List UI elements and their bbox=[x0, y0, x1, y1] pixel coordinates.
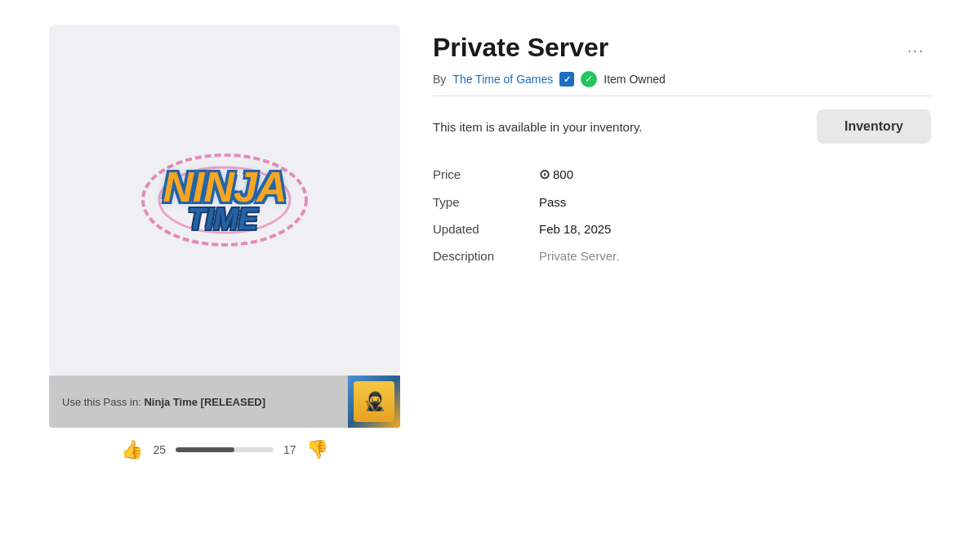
updated-value: Feb 18, 2025 bbox=[539, 222, 611, 236]
type-label: Type bbox=[433, 195, 539, 209]
availability-text: This item is available in your inventory… bbox=[433, 120, 643, 134]
price-value: ⊙ 800 bbox=[539, 167, 573, 182]
description-row: Description Private Server. bbox=[433, 242, 931, 269]
owned-check-icon: ✓ bbox=[581, 71, 597, 87]
rating-area: 👍 25 17 👎 bbox=[49, 428, 400, 472]
pass-game-name: Ninja Time [RELEASED] bbox=[144, 396, 265, 408]
type-value: Pass bbox=[539, 195, 566, 209]
like-count: 25 bbox=[153, 443, 166, 456]
item-owned-label: Item Owned bbox=[604, 73, 665, 86]
updated-row: Updated Feb 18, 2025 bbox=[433, 216, 931, 242]
availability-row: This item is available in your inventory… bbox=[433, 109, 931, 144]
inventory-button[interactable]: Inventory bbox=[817, 109, 931, 144]
rating-bar-fill bbox=[176, 447, 234, 452]
price-label: Price bbox=[433, 167, 539, 181]
updated-label: Updated bbox=[433, 222, 539, 236]
price-amount: 800 bbox=[553, 167, 573, 181]
by-label: By bbox=[433, 73, 446, 86]
robux-icon: ⊙ bbox=[539, 167, 550, 182]
item-header: Private Server ··· bbox=[433, 33, 931, 63]
item-title: Private Server bbox=[433, 33, 608, 63]
creator-name-link[interactable]: The Time of Games bbox=[452, 73, 553, 86]
thumbs-up-icon[interactable]: 👍 bbox=[121, 439, 143, 460]
verified-badge: ✓ bbox=[559, 72, 574, 87]
rating-bar bbox=[176, 447, 274, 452]
game-thumbnail-image: 🥷 bbox=[348, 375, 400, 428]
thumbnail-inner: 🥷 bbox=[354, 381, 394, 422]
description-label: Description bbox=[433, 249, 539, 263]
divider bbox=[433, 96, 931, 96]
dislike-count: 17 bbox=[283, 443, 296, 456]
type-row: Type Pass bbox=[433, 189, 931, 216]
pass-game-thumbnail[interactable]: 🥷 bbox=[348, 375, 400, 428]
details-table: Price ⊙ 800 Type Pass Updated Feb 18, 20… bbox=[433, 160, 931, 269]
pass-banner-text-area: Use this Pass in: Ninja Time [RELEASED] bbox=[49, 375, 348, 428]
pass-banner-text: Use this Pass in: Ninja Time [RELEASED] bbox=[62, 396, 265, 408]
right-panel: Private Server ··· By The Time of Games … bbox=[433, 24, 931, 472]
price-row: Price ⊙ 800 bbox=[433, 160, 931, 189]
left-panel: NINJA TIME Use this Pass in: Ninja Time … bbox=[49, 24, 400, 472]
description-value: Private Server. bbox=[539, 249, 619, 263]
item-image-box: NINJA TIME bbox=[49, 24, 400, 375]
more-options-button[interactable]: ··· bbox=[901, 39, 931, 63]
thumbs-down-icon[interactable]: 👎 bbox=[306, 439, 328, 460]
pass-banner[interactable]: Use this Pass in: Ninja Time [RELEASED] … bbox=[49, 375, 400, 428]
creator-row: By The Time of Games ✓ ✓ Item Owned bbox=[433, 71, 931, 87]
